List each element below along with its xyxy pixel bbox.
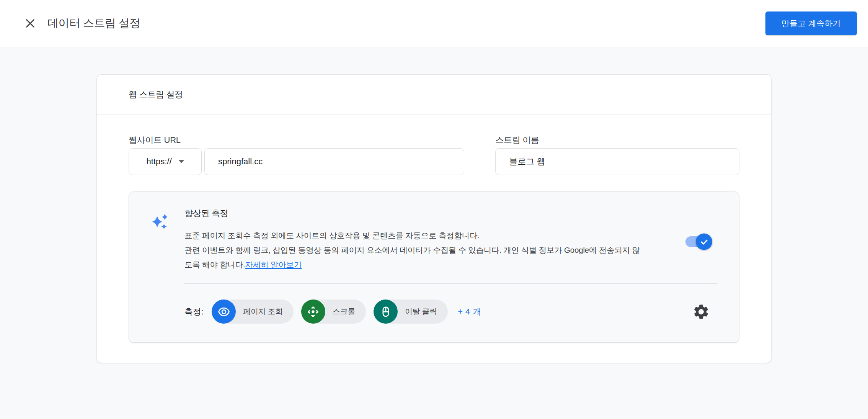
- website-url-input-row: https://: [129, 148, 464, 175]
- card-header: 웹 스트림 설정: [97, 75, 771, 115]
- description-line: 도록 해야 합니다.: [184, 260, 245, 269]
- stream-name-label: 스트림 이름: [495, 135, 739, 145]
- protocol-value: https://: [146, 157, 171, 167]
- eye-icon: [212, 300, 236, 324]
- chevron-down-icon: [179, 160, 184, 163]
- measure-row: 측정: 페이지 조회: [184, 300, 718, 324]
- close-icon: [24, 17, 36, 29]
- chip-label: 스크롤: [333, 306, 355, 317]
- enhanced-measurement-toggle[interactable]: [685, 236, 711, 247]
- chip-scroll: 스크롤: [301, 300, 366, 324]
- learn-more-link[interactable]: 자세히 알아보기: [245, 260, 302, 269]
- scroll-icon: [301, 300, 325, 324]
- sparkle-icon: [151, 212, 169, 324]
- mouse-icon: [374, 300, 398, 324]
- website-url-input[interactable]: [204, 148, 464, 175]
- enhanced-measurement-description: 표준 페이지 조회수 측정 외에도 사이트의 상호작용 및 콘텐츠를 자동으로 …: [184, 228, 718, 272]
- measure-label: 측정:: [184, 306, 203, 318]
- enhanced-measurement-settings-button[interactable]: [692, 303, 710, 321]
- website-url-field: 웹사이트 URL https://: [129, 135, 464, 175]
- chip-label: 이탈 클릭: [405, 306, 437, 317]
- enhanced-measurement-panel: 향상된 측정 표준 페이지 조회수 측정 외에도 사이트의 상호작용 및 콘텐츠…: [129, 191, 739, 343]
- website-url-label: 웹사이트 URL: [129, 135, 464, 145]
- stream-name-input[interactable]: [495, 148, 739, 175]
- section-title: 웹 스트림 설정: [129, 89, 183, 100]
- chip-outbound-click: 이탈 클릭: [374, 300, 448, 324]
- panel-grid: 향상된 측정 표준 페이지 조회수 측정 외에도 사이트의 상호작용 및 콘텐츠…: [151, 203, 718, 324]
- chip-page-view: 페이지 조회: [212, 300, 294, 324]
- gear-icon: [692, 303, 710, 321]
- protocol-dropdown[interactable]: https://: [129, 148, 202, 175]
- description-line: 표준 페이지 조회수 측정 외에도 사이트의 상호작용 및 콘텐츠를 자동으로 …: [184, 228, 718, 243]
- enhanced-measurement-title: 향상된 측정: [184, 208, 718, 219]
- stream-name-field: 스트림 이름: [495, 135, 739, 175]
- toggle-knob: [696, 234, 712, 250]
- stream-form-row: 웹사이트 URL https:// 스트림 이름: [129, 135, 739, 175]
- more-chips-link[interactable]: + 4 개: [458, 306, 481, 318]
- panel-divider: [184, 283, 718, 284]
- close-button[interactable]: [24, 17, 37, 30]
- dialog-topbar: 데이터 스트림 설정 만들고 계속하기: [0, 0, 868, 47]
- create-and-continue-button[interactable]: 만들고 계속하기: [765, 11, 857, 35]
- description-line: 관련 이벤트와 함께 링크, 삽입된 동영상 등의 페이지 요소에서 데이터가 …: [184, 243, 718, 257]
- check-icon: [699, 237, 709, 247]
- panel-content: 향상된 측정 표준 페이지 조회수 측정 외에도 사이트의 상호작용 및 콘텐츠…: [184, 203, 718, 324]
- web-stream-card: 웹 스트림 설정 웹사이트 URL https:// 스트림 이름: [96, 74, 772, 363]
- page-title: 데이터 스트림 설정: [47, 16, 140, 31]
- chip-label: 페이지 조회: [243, 306, 283, 317]
- card-body: 웹사이트 URL https:// 스트림 이름: [97, 115, 771, 363]
